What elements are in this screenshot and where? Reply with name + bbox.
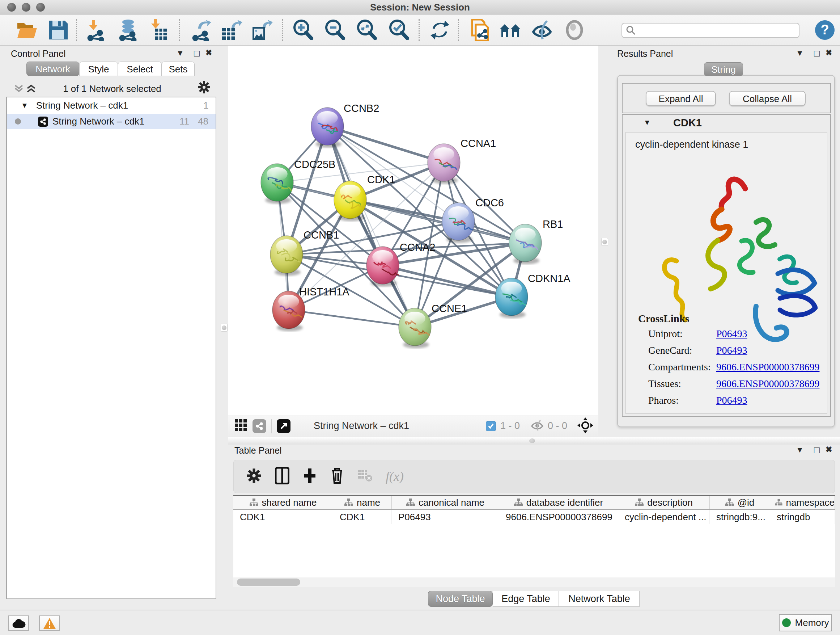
control-panel-close-icon[interactable]: ✖ [205, 48, 212, 57]
cloud-services-button[interactable] [8, 616, 29, 631]
network-node-cdkn1a[interactable] [495, 278, 528, 318]
network-edge[interactable] [327, 126, 444, 163]
crosslinks-title: CrossLinks [638, 313, 689, 325]
results-panel-float-icon[interactable]: □ [814, 48, 820, 59]
selected-checkbox-icon[interactable] [486, 421, 496, 431]
tab-select[interactable]: Select [118, 62, 162, 76]
network-node-ccnb1[interactable] [270, 236, 303, 276]
network-node-ccnb2[interactable] [311, 108, 344, 148]
network-node-ccna1[interactable] [428, 144, 460, 184]
network-node-cdk1[interactable] [334, 181, 366, 221]
tab-network-table[interactable]: Network Table [559, 591, 639, 607]
column-header[interactable]: namespace [770, 496, 835, 509]
view-network-type-icon[interactable] [253, 419, 266, 433]
collapse-all-button[interactable]: Collapse All [729, 91, 806, 106]
help-icon[interactable]: ? [813, 19, 836, 42]
view-grid-icon[interactable] [234, 419, 248, 433]
results-panel-close-icon[interactable]: ✖ [826, 48, 832, 57]
export-table-icon[interactable] [220, 19, 243, 42]
search-box[interactable] [622, 23, 799, 38]
cdk1-description: cyclin-dependent kinase 1 [635, 139, 748, 150]
column-header[interactable]: name [333, 496, 392, 509]
memory-button[interactable]: Memory [779, 614, 832, 631]
search-input[interactable] [636, 25, 791, 36]
zoom-fit-icon[interactable] [355, 19, 378, 42]
scrollbar-thumb[interactable] [237, 578, 300, 586]
node-label-ccnb1: CCNB1 [303, 229, 339, 241]
network-node-cdc25b[interactable] [261, 164, 294, 204]
table-panel-collapse-icon[interactable]: ▼ [796, 445, 804, 455]
function-builder-icon[interactable]: f(x) [386, 469, 404, 484]
delete-table-icon[interactable] [357, 470, 373, 483]
column-header[interactable]: database identifier [499, 496, 618, 509]
node-label-rb1: RB1 [543, 218, 563, 230]
crosslink-tissues-link[interactable]: 9606.ENSP00000378699 [716, 378, 819, 390]
column-header[interactable]: shared name [233, 496, 333, 509]
crosslink-uniprot-link[interactable]: P06493 [716, 328, 747, 340]
table-panel-close-icon[interactable]: ✖ [826, 445, 832, 454]
copy-network-icon[interactable] [469, 19, 492, 42]
open-session-icon[interactable] [15, 19, 38, 42]
eye-icon[interactable] [563, 19, 586, 42]
tab-node-table[interactable]: Node Table [428, 591, 493, 607]
crosslink-compartments-link[interactable]: 9606.ENSP00000378699 [716, 361, 819, 373]
home-neighbors-icon[interactable] [499, 19, 522, 42]
network-collection-row[interactable]: ▼ String Network – cdk1 1 [7, 97, 216, 114]
node-label-ccnb2: CCNB2 [344, 103, 379, 114]
import-network-database-icon[interactable] [117, 19, 140, 42]
table-settings-gear-icon[interactable] [246, 468, 262, 485]
control-panel-collapse-icon[interactable]: ▼ [176, 49, 184, 58]
expand-all-button[interactable]: Expand All [646, 91, 716, 106]
show-columns-icon[interactable] [275, 467, 289, 486]
delete-column-icon[interactable] [330, 467, 344, 486]
network-graph[interactable]: CCNB2CCNA1CDC25BCDK1CDC6RB1CCNB1CCNA2CDK… [228, 46, 598, 416]
tab-sets[interactable]: Sets [162, 62, 195, 76]
table-row[interactable]: CDK1 CDK1 P06493 9606.ENSP00000378699 cy… [233, 510, 835, 524]
table-panel-float-icon[interactable]: □ [814, 445, 820, 456]
crosslink-genecard-link[interactable]: P06493 [716, 345, 747, 356]
column-header[interactable]: canonical name [392, 496, 499, 509]
horizontal-splitter[interactable] [228, 437, 840, 445]
export-network-icon[interactable] [190, 19, 213, 42]
collection-expand-icon[interactable]: ▼ [21, 101, 28, 110]
zoom-in-icon[interactable] [292, 19, 315, 42]
network-canvas[interactable]: CCNB2CCNA1CDC25BCDK1CDC6RB1CCNB1CCNA2CDK… [228, 46, 598, 416]
left-splitter-grip[interactable] [221, 324, 227, 332]
refresh-icon[interactable] [428, 19, 452, 42]
expand-all-networks-icon[interactable] [26, 84, 36, 95]
tab-network[interactable]: Network [27, 62, 79, 76]
network-row-selected[interactable]: String Network – cdk1 11 48 [7, 114, 216, 129]
open-view-icon[interactable] [277, 419, 291, 433]
crosslink-pharos-link[interactable]: P06493 [716, 394, 747, 406]
collapse-all-networks-icon[interactable] [14, 84, 24, 95]
save-session-icon[interactable] [46, 19, 69, 42]
import-network-file-icon[interactable] [85, 19, 108, 42]
zoom-selected-icon[interactable] [387, 19, 411, 42]
hide-unhide-icon[interactable] [531, 19, 554, 42]
network-node-rb1[interactable] [509, 224, 542, 264]
memory-status-dot-icon [782, 618, 791, 627]
zoom-out-icon[interactable] [324, 19, 347, 42]
tab-edge-table[interactable]: Edge Table [493, 591, 559, 607]
toolbar-separator [179, 19, 180, 41]
horizontal-splitter-grip[interactable] [529, 439, 535, 443]
export-image-icon[interactable] [250, 19, 273, 42]
table-horizontal-scrollbar[interactable] [233, 578, 835, 587]
toolbar-separator [282, 19, 283, 41]
tab-string-results[interactable]: String [704, 62, 743, 76]
column-header[interactable]: description [618, 496, 710, 509]
tab-style[interactable]: Style [79, 62, 118, 76]
fit-content-crosshair-icon[interactable] [577, 417, 593, 435]
right-splitter-grip[interactable] [601, 238, 608, 246]
network-edge[interactable] [289, 310, 415, 327]
add-column-icon[interactable] [302, 467, 317, 486]
network-options-gear-icon[interactable] [197, 80, 211, 96]
import-table-icon[interactable] [147, 19, 170, 42]
results-panel-collapse-icon[interactable]: ▼ [796, 49, 804, 58]
control-panel-float-icon[interactable]: □ [194, 48, 200, 59]
network-node-ccne1[interactable] [399, 308, 431, 348]
cdk1-expand-icon[interactable]: ▼ [644, 119, 651, 127]
column-header[interactable]: @id [710, 496, 770, 509]
warnings-button[interactable] [39, 616, 60, 631]
table-toolbar: f(x) [233, 460, 835, 493]
